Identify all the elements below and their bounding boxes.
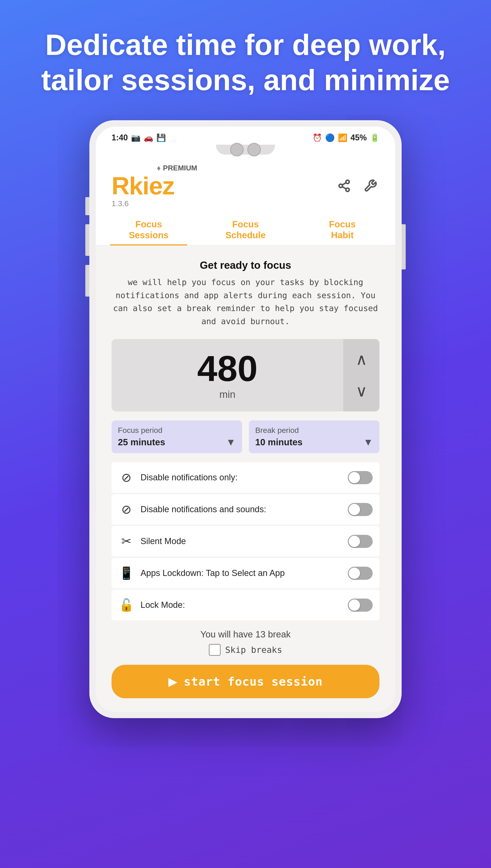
tab-focus-schedule-label: FocusSchedule (225, 219, 266, 241)
focus-period-label: Focus period (118, 426, 236, 435)
alarm-icon: ⏰ (313, 133, 322, 142)
brand-left: ♦ PREMIUM Rkiez 1.3.6 (112, 164, 197, 208)
tab-bar: FocusSessions FocusSchedule FocusHabit (96, 213, 395, 246)
timer-display: 480 min (112, 339, 343, 411)
wifi-icon: 📶 (338, 133, 347, 142)
disable-notif-sounds-label: Disable notifications and sounds: (141, 504, 348, 514)
toggle-apps-lockdown: 📱 Apps Lockdown: Tap to Select an App (112, 558, 379, 588)
break-info: You will have 13 break (112, 629, 379, 640)
timer-value: 480 (197, 350, 258, 386)
camera-icon: 📷 (131, 133, 141, 142)
lock-mode-label: Lock Mode: (141, 600, 348, 610)
toggle-disable-notif-sounds: ⊘ Disable notifications and sounds: (112, 494, 379, 525)
tab-focus-schedule[interactable]: FocusSchedule (197, 213, 294, 245)
volume-silent-button (85, 197, 89, 215)
toggle-disable-notif-only: ⊘ Disable notifications only: (112, 462, 379, 493)
lock-mode-toggle[interactable] (348, 598, 373, 612)
app-version: 1.3.6 (112, 199, 197, 208)
skip-breaks-row: Skip breaks (112, 644, 379, 656)
lock-mode-icon: 🔓 (118, 598, 134, 612)
main-content: Get ready to focus we will help you focu… (96, 246, 395, 712)
share-button[interactable] (335, 177, 353, 195)
no-notif-icon: ⊘ (118, 470, 134, 485)
status-time: 1:40 (112, 133, 128, 143)
toggle-lock-mode: 🔓 Lock Mode: (112, 590, 379, 620)
timer-decrement-button[interactable]: ∨ (356, 383, 367, 399)
timer-block: 480 min ∧ ∨ (112, 339, 379, 411)
timer-increment-button[interactable]: ∧ (356, 351, 367, 367)
brand-row: ♦ PREMIUM Rkiez 1.3.6 (112, 164, 379, 208)
battery-icon: 🔋 (370, 133, 379, 142)
diamond-icon: ♦ (157, 164, 161, 173)
settings-button[interactable] (362, 177, 379, 195)
apps-lockdown-toggle[interactable] (348, 567, 373, 580)
disable-notif-only-toggle[interactable] (348, 471, 373, 484)
apps-lockdown-label: Apps Lockdown: Tap to Select an App (141, 568, 348, 578)
timer-unit: min (220, 389, 235, 400)
section-title: Get ready to focus (112, 259, 379, 271)
car-icon: 🚗 (144, 133, 153, 142)
silent-mode-toggle[interactable] (348, 535, 373, 548)
focus-period-value-row: 25 minutes ▼ (118, 436, 236, 448)
svg-line-4 (342, 183, 346, 185)
section-description: we will help you focus on your tasks by … (112, 276, 379, 328)
silent-mode-label: Silent Mode (141, 536, 348, 546)
apps-lockdown-icon: 📱 (118, 566, 134, 580)
header-icons (335, 177, 379, 195)
tab-focus-sessions[interactable]: FocusSessions (100, 213, 197, 245)
silent-mode-icon: ✂ (118, 534, 134, 548)
hero-title: Dedicate time for deep work, tailor sess… (0, 27, 491, 98)
notch (216, 145, 275, 155)
volume-up-button (85, 224, 89, 256)
no-sound-icon: ⊘ (118, 502, 134, 517)
save-icon: 💾 (156, 133, 166, 142)
notch-area (96, 145, 395, 157)
focus-period-select[interactable]: Focus period 25 minutes ▼ (112, 421, 242, 453)
period-row: Focus period 25 minutes ▼ Break period 1… (112, 421, 379, 453)
front-camera-2 (247, 143, 261, 156)
disable-notif-sounds-toggle[interactable] (348, 503, 373, 516)
bluetooth-icon: 🔵 (325, 133, 335, 142)
tab-focus-sessions-label: FocusSessions (129, 219, 169, 241)
break-period-arrow-icon: ▼ (363, 436, 373, 448)
timer-controls[interactable]: ∧ ∨ (343, 339, 379, 411)
start-focus-session-label: start focus session (184, 675, 323, 688)
skip-breaks-checkbox[interactable] (209, 644, 221, 656)
phone-screen: 1:40 📷 🚗 💾 ⏰ 🔵 📶 45% 🔋 (96, 127, 395, 712)
break-period-value: 10 minutes (255, 437, 302, 447)
svg-line-3 (342, 187, 346, 189)
status-left: 1:40 📷 🚗 💾 (112, 133, 166, 143)
status-right: ⏰ 🔵 📶 45% 🔋 (313, 133, 379, 143)
premium-label: PREMIUM (163, 164, 197, 172)
volume-down-button (85, 265, 89, 297)
skip-breaks-label: Skip breaks (225, 645, 282, 655)
break-period-select[interactable]: Break period 10 minutes ▼ (249, 421, 379, 453)
focus-period-value: 25 minutes (118, 437, 165, 447)
focus-period-arrow-icon: ▼ (226, 436, 236, 448)
battery-level: 45% (350, 133, 367, 143)
tab-focus-habit-label: FocusHabit (329, 219, 356, 241)
status-bar: 1:40 📷 🚗 💾 ⏰ 🔵 📶 45% 🔋 (96, 127, 395, 145)
toggle-silent-mode: ✂ Silent Mode (112, 526, 379, 557)
play-icon: ▶ (168, 675, 177, 688)
premium-badge: ♦ PREMIUM (157, 164, 197, 173)
break-period-value-row: 10 minutes ▼ (255, 436, 373, 448)
disable-notif-only-label: Disable notifications only: (141, 473, 348, 483)
power-button (402, 224, 406, 270)
app-name: Rkiez (112, 174, 197, 198)
app-header: ♦ PREMIUM Rkiez 1.3.6 (96, 157, 395, 213)
front-camera (230, 143, 244, 156)
start-focus-session-button[interactable]: ▶ start focus session (112, 665, 379, 698)
break-period-label: Break period (255, 426, 373, 435)
phone-mockup: 1:40 📷 🚗 💾 ⏰ 🔵 📶 45% 🔋 (89, 120, 402, 718)
tab-focus-habit[interactable]: FocusHabit (294, 213, 391, 245)
